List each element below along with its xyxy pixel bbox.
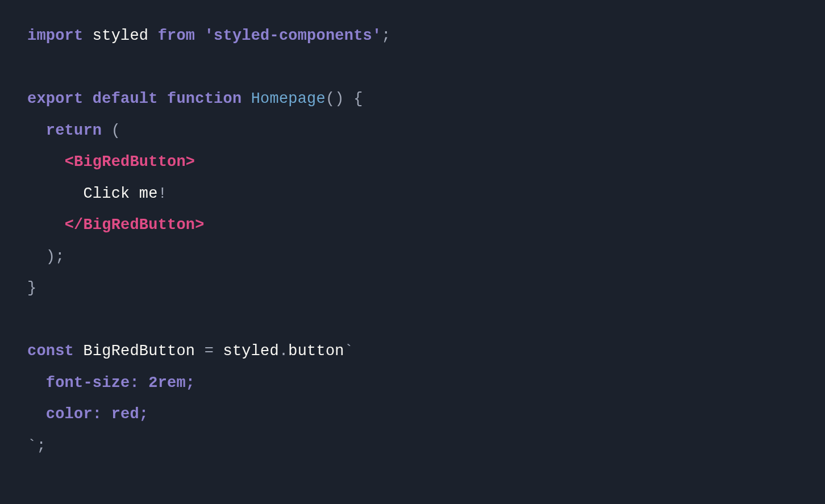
line-4: return ( xyxy=(27,122,120,139)
jsx-text-excl: ! xyxy=(158,185,167,202)
line-7: </BigRedButton> xyxy=(27,216,205,234)
semicolon: ; xyxy=(36,438,45,455)
jsx-tag-open: <BigRedButton> xyxy=(65,153,195,170)
keyword-const: const xyxy=(27,343,74,360)
css-color: color: red; xyxy=(46,406,148,423)
identifier-button: button xyxy=(288,343,344,360)
line-14: `; xyxy=(27,438,46,455)
line-12: font-size: 2rem; xyxy=(27,374,195,391)
line-9: } xyxy=(27,280,36,297)
keyword-return: return xyxy=(46,122,102,139)
semicolon: ; xyxy=(55,248,64,265)
line-13: color: red; xyxy=(27,406,148,423)
line-3: export default function Homepage() { xyxy=(27,90,363,107)
function-name: Homepage xyxy=(251,90,326,107)
keyword-export: export xyxy=(27,90,83,107)
keyword-default: default xyxy=(93,90,158,107)
string-package: 'styled-components' xyxy=(205,27,382,44)
keyword-import: import xyxy=(27,27,83,44)
code-block: import styled from 'styled-components'; … xyxy=(0,0,825,482)
identifier-styled2: styled xyxy=(223,343,278,360)
equals: = xyxy=(195,343,223,360)
semicolon: ; xyxy=(381,27,390,44)
parens: () xyxy=(326,90,344,107)
line-8: ); xyxy=(27,248,65,265)
keyword-from: from xyxy=(158,27,195,44)
brace-close: } xyxy=(27,280,36,297)
backtick-open: ` xyxy=(344,343,353,360)
line-6: Click me! xyxy=(27,185,167,202)
line-1: import styled from 'styled-components'; xyxy=(27,27,391,44)
paren-close: ) xyxy=(46,248,55,265)
brace-open: { xyxy=(353,90,363,107)
jsx-text: Click me xyxy=(83,185,157,202)
keyword-function: function xyxy=(167,90,241,107)
css-font-size: font-size: 2rem; xyxy=(46,374,195,391)
jsx-tag-close: </BigRedButton> xyxy=(65,216,205,234)
backtick-close: ` xyxy=(27,438,36,455)
identifier-styled: styled xyxy=(93,27,148,44)
paren-open: ( xyxy=(111,122,120,139)
line-5: <BigRedButton> xyxy=(27,153,195,170)
line-11: const BigRedButton = styled.button` xyxy=(27,343,353,360)
dot: . xyxy=(279,343,288,360)
identifier-bigredbutton: BigRedButton xyxy=(83,343,195,360)
